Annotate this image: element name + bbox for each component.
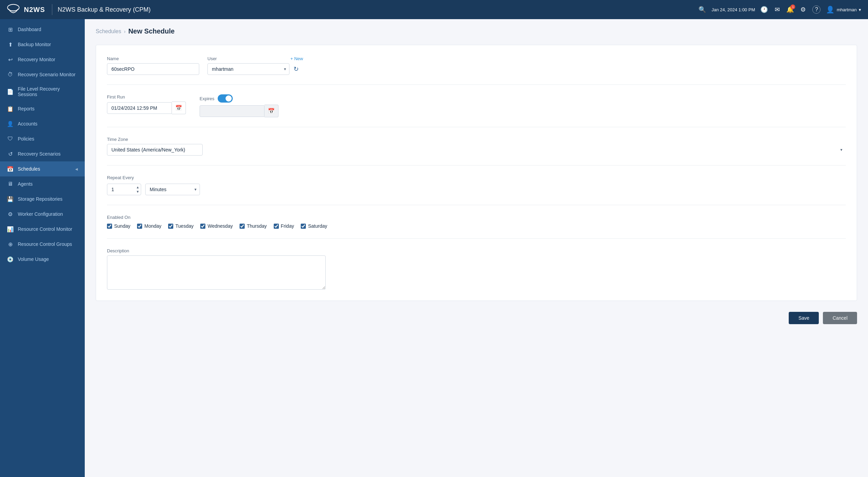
day-checkbox-monday[interactable] [137, 224, 142, 229]
timezone-section: Time Zone United States (America/New_Yor… [107, 137, 846, 165]
first-run-group: First Run 📅 [107, 94, 186, 114]
sidebar-item-file-level-recovery[interactable]: 📄File Level Recovery Sessions [0, 82, 85, 101]
expires-input[interactable] [200, 105, 265, 117]
timezone-select-wrapper: United States (America/New_York) United … [107, 144, 846, 156]
name-user-section: Name User + New mhartman [107, 56, 846, 85]
sidebar-backup-monitor-icon: ⬆ [7, 41, 14, 48]
sidebar-item-accounts[interactable]: 👤Accounts [0, 116, 85, 131]
search-icon[interactable]: 🔍 [699, 6, 706, 13]
day-checkbox-saturday[interactable] [301, 224, 306, 229]
enabled-on-row: SundayMondayTuesdayWednesdayThursdayFrid… [107, 223, 846, 229]
sidebar-reports-icon: 📋 [7, 105, 14, 112]
day-checkbox-friday[interactable] [274, 224, 279, 229]
day-check-wednesday[interactable]: Wednesday [200, 223, 233, 229]
repeat-increment-button[interactable]: ▲ [135, 185, 140, 189]
day-label-wednesday: Wednesday [207, 223, 233, 229]
first-run-input-row: 📅 [107, 102, 186, 114]
name-group: Name [107, 56, 199, 75]
repeat-row: ▲ ▼ Minutes Hours Days Weeks Months ▾ [107, 184, 846, 195]
logo: N2WS [7, 3, 45, 16]
day-check-monday[interactable]: Monday [137, 223, 161, 229]
sidebar-item-recovery-scenarios[interactable]: ↺Recovery Scenarios [0, 146, 85, 161]
sidebar-policies-icon: 🛡 [7, 135, 14, 142]
sidebar-item-recovery-monitor[interactable]: ↩Recovery Monitor [0, 52, 85, 67]
sidebar-label-recovery-scenario-monitor: Recovery Scenario Monitor [18, 72, 78, 77]
sidebar-item-recovery-scenario-monitor[interactable]: ⏱Recovery Scenario Monitor [0, 67, 85, 82]
sidebar-recovery-scenario-monitor-icon: ⏱ [7, 71, 14, 78]
sidebar: ⊞Dashboard⬆Backup Monitor↩Recovery Monit… [0, 19, 85, 477]
timezone-select[interactable]: United States (America/New_York) United … [107, 144, 203, 156]
sidebar-resource-control-monitor-icon: 📊 [7, 226, 14, 233]
username-display: mhartman [837, 7, 857, 12]
description-textarea[interactable] [107, 255, 326, 290]
sidebar-item-agents[interactable]: 🖥Agents [0, 176, 85, 191]
sidebar-storage-repositories-icon: 💾 [7, 196, 14, 202]
repeat-label: Repeat Every [107, 175, 846, 180]
day-check-sunday[interactable]: Sunday [107, 223, 130, 229]
sidebar-item-resource-control-groups[interactable]: ⊕Resource Control Groups [0, 237, 85, 252]
clock-icon[interactable]: 🕐 [760, 6, 768, 13]
sidebar-label-accounts: Accounts [18, 121, 78, 127]
logo-text: N2WS [24, 6, 45, 14]
settings-icon[interactable]: ⚙ [799, 6, 807, 13]
day-check-saturday[interactable]: Saturday [301, 223, 327, 229]
mail-icon[interactable]: ✉ [773, 6, 781, 13]
sidebar-item-backup-monitor[interactable]: ⬆Backup Monitor [0, 37, 85, 52]
sidebar-file-level-recovery-icon: 📄 [7, 88, 14, 95]
cancel-button[interactable]: Cancel [823, 312, 857, 324]
user-label: User [207, 56, 217, 61]
breadcrumb-parent[interactable]: Schedules [96, 28, 121, 35]
expires-toggle[interactable] [218, 94, 233, 103]
sidebar-item-schedules[interactable]: 📅Schedules◀ [0, 161, 85, 176]
refresh-user-button[interactable]: ↻ [292, 64, 300, 74]
expires-calendar-button: 📅 [265, 105, 279, 117]
logo-divider [52, 4, 52, 15]
user-select[interactable]: mhartman [207, 63, 289, 75]
user-select-row: mhartman ▾ ↻ [207, 63, 303, 75]
repeat-decrement-button[interactable]: ▼ [135, 190, 140, 194]
enabled-on-section: Enabled On SundayMondayTuesdayWednesdayT… [107, 215, 846, 239]
user-avatar-icon: 👤 [826, 5, 835, 14]
repeat-unit-select[interactable]: Minutes Hours Days Weeks Months [145, 184, 200, 195]
repeat-number-wrapper: ▲ ▼ [107, 184, 141, 195]
app-title: N2WS Backup & Recovery (CPM) [58, 6, 699, 13]
main-content: Schedules › New Schedule Name User + New [85, 19, 868, 477]
user-menu[interactable]: 👤 mhartman ▾ [826, 5, 861, 14]
help-icon[interactable]: ? [812, 5, 820, 14]
save-button[interactable]: Save [789, 312, 819, 324]
timezone-label: Time Zone [107, 137, 846, 142]
user-label-row: User + New [207, 56, 303, 61]
sidebar-label-reports: Reports [18, 106, 78, 111]
sidebar-item-resource-control-monitor[interactable]: 📊Resource Control Monitor [0, 222, 85, 237]
day-check-tuesday[interactable]: Tuesday [168, 223, 193, 229]
bell-icon[interactable]: 🔔 1 [786, 6, 794, 13]
sidebar-item-volume-usage[interactable]: 💿Volume Usage [0, 252, 85, 267]
sidebar-item-worker-configuration[interactable]: ⚙Worker Configuration [0, 207, 85, 222]
day-checkbox-sunday[interactable] [107, 224, 112, 229]
day-checkbox-thursday[interactable] [240, 224, 245, 229]
sidebar-label-volume-usage: Volume Usage [18, 256, 78, 262]
new-user-link[interactable]: + New [290, 56, 303, 61]
sidebar-item-storage-repositories[interactable]: 💾Storage Repositories [0, 191, 85, 207]
repeat-spin-buttons: ▲ ▼ [135, 185, 140, 194]
user-menu-chevron: ▾ [859, 7, 861, 12]
new-schedule-form: Name User + New mhartman [96, 45, 857, 301]
day-checkbox-tuesday[interactable] [168, 224, 173, 229]
sidebar-item-policies[interactable]: 🛡Policies [0, 131, 85, 146]
top-nav: N2WS N2WS Backup & Recovery (CPM) 🔍 Jan … [0, 0, 868, 19]
day-check-thursday[interactable]: Thursday [240, 223, 267, 229]
day-checkbox-wednesday[interactable] [200, 224, 205, 229]
day-label-thursday: Thursday [247, 223, 267, 229]
name-user-row: Name User + New mhartman [107, 56, 846, 75]
name-input[interactable] [107, 63, 199, 75]
first-run-calendar-button[interactable]: 📅 [172, 102, 186, 114]
sidebar-item-reports[interactable]: 📋Reports [0, 101, 85, 116]
sidebar-resource-control-groups-icon: ⊕ [7, 241, 14, 248]
name-label: Name [107, 56, 199, 61]
day-check-friday[interactable]: Friday [274, 223, 294, 229]
sidebar-schedules-icon: 📅 [7, 165, 14, 172]
expires-group: Expires 📅 [200, 94, 279, 117]
sidebar-item-dashboard[interactable]: ⊞Dashboard [0, 22, 85, 37]
first-run-input[interactable] [107, 102, 172, 114]
top-nav-right: 🔍 Jan 24, 2024 1:00 PM 🕐 ✉ 🔔 1 ⚙ ? 👤 mha… [699, 5, 861, 14]
